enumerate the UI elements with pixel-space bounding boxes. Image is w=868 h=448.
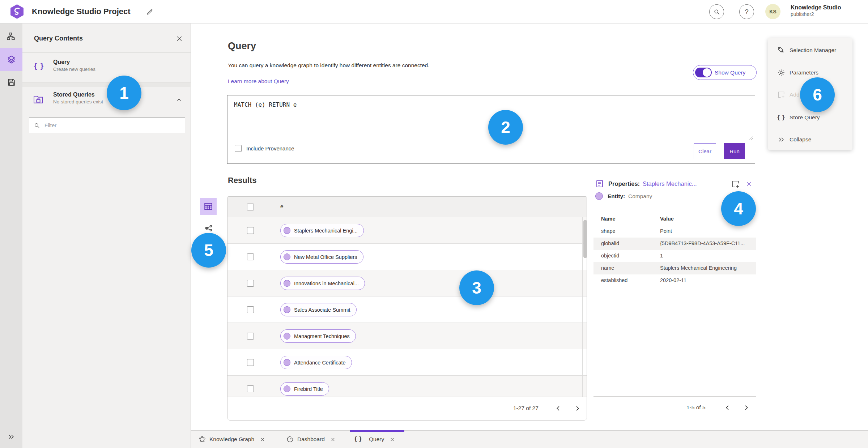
entity-chip[interactable]: Managment Techniques — [280, 329, 356, 343]
selection-manager-item[interactable]: Selection Manager — [768, 43, 852, 57]
tab-dashboard[interactable]: Dashboard — [286, 431, 335, 448]
selection-manager-icon — [777, 46, 785, 54]
next-page-icon[interactable] — [574, 405, 581, 412]
store-query-item[interactable]: { } Store Query — [768, 110, 852, 125]
prev-page-icon[interactable] — [724, 404, 731, 411]
annotation-circle-2: 2 — [488, 110, 523, 145]
row-checkbox[interactable] — [247, 359, 254, 366]
query-text-input[interactable]: MATCH (e) RETURN e — [234, 101, 297, 108]
table-row[interactable]: Sales Associate Summit — [227, 296, 587, 323]
select-all-checkbox[interactable] — [247, 204, 254, 210]
search-button[interactable] — [709, 4, 724, 19]
entity-dot-icon — [284, 253, 290, 260]
edit-title-icon[interactable] — [146, 8, 154, 16]
run-button[interactable]: Run — [724, 143, 745, 159]
knowledge-graph-icon — [198, 435, 206, 443]
properties-col-name: Name — [601, 216, 616, 222]
toggle-switch — [695, 68, 712, 77]
row-checkbox[interactable] — [247, 306, 254, 313]
close-tab-icon[interactable] — [390, 437, 395, 442]
entity-chip[interactable]: Firebird Title — [280, 382, 329, 396]
search-icon — [713, 8, 720, 16]
annotation-circle-3: 3 — [459, 270, 494, 305]
annotation-circle-1: 1 — [107, 76, 141, 110]
close-properties-icon[interactable] — [746, 181, 752, 187]
parameters-item[interactable]: Parameters — [768, 65, 852, 80]
tab-query[interactable]: { } Query — [354, 431, 395, 448]
user-role: publisher2 — [791, 11, 841, 18]
include-provenance-label: Include Provenance — [246, 145, 294, 152]
save-icon[interactable] — [0, 73, 22, 91]
results-table-header: e — [227, 197, 587, 217]
filter-input[interactable] — [44, 122, 168, 129]
annotation-circle-6: 6 — [800, 77, 835, 112]
entity-dot-icon — [284, 280, 290, 287]
entity-chip[interactable]: Staplers Mechanical Engi... — [280, 224, 364, 237]
layers-icon[interactable] — [0, 51, 22, 68]
show-query-toggle[interactable]: Show Query — [693, 65, 757, 80]
toggle-knob — [703, 68, 711, 77]
prev-page-icon[interactable] — [555, 405, 562, 412]
close-tab-icon[interactable] — [260, 437, 265, 442]
table-row[interactable]: Innovations in Mechanical... — [227, 270, 587, 296]
item-subtitle: No stored queries exist — [53, 99, 103, 104]
collapse-item[interactable]: Collapse — [768, 132, 852, 147]
table-view-button[interactable] — [200, 198, 217, 215]
link-chart-view-button[interactable] — [204, 223, 213, 233]
entity-label: Entity: — [608, 193, 625, 200]
properties-range-text: 1-5 of 5 — [686, 404, 706, 411]
app-logo-icon[interactable] — [9, 4, 25, 19]
next-page-icon[interactable] — [743, 404, 750, 411]
properties-col-value: Value — [660, 216, 674, 222]
results-heading: Results — [228, 176, 256, 185]
row-checkbox[interactable] — [247, 253, 254, 260]
double-chevron-right-icon — [777, 136, 785, 144]
bottom-tab-bar: Knowledge Graph Dashboard { } Query — [191, 430, 868, 448]
clear-button[interactable]: Clear — [694, 143, 716, 159]
table-row[interactable]: Managment Techniques — [227, 323, 587, 349]
left-icon-rail — [0, 23, 22, 448]
table-row[interactable]: Staplers Mechanical Engi... — [227, 217, 587, 244]
close-panel-icon[interactable] — [176, 35, 183, 42]
annotation-circle-5: 5 — [191, 233, 226, 268]
avatar[interactable]: KS — [765, 4, 780, 19]
scrollbar-thumb[interactable] — [583, 220, 587, 258]
gear-icon — [777, 69, 785, 77]
query-description: You can query a knowledge graph to ident… — [228, 62, 430, 69]
table-row[interactable]: Attendance Certificate — [227, 349, 587, 376]
column-header-e: e — [280, 203, 284, 210]
row-checkbox[interactable] — [247, 385, 254, 392]
chevron-up-icon[interactable] — [176, 97, 182, 103]
entity-dot-icon — [595, 192, 603, 200]
add-to-new-window-icon — [777, 91, 785, 99]
help-button[interactable]: ? — [739, 4, 754, 19]
panel-title: Query Contents — [34, 35, 83, 42]
table-icon — [204, 202, 213, 211]
table-row[interactable]: New Metal Office Suppliers — [227, 244, 587, 270]
expand-rail-icon[interactable] — [0, 428, 22, 445]
entity-chip[interactable]: Innovations in Mechanical... — [280, 277, 365, 290]
item-title: Query — [53, 59, 95, 65]
query-contents-item-query[interactable]: { } Query Create new queries — [22, 53, 191, 82]
learn-more-link[interactable]: Learn more about Query — [228, 78, 289, 85]
entity-chip[interactable]: Sales Associate Summit — [280, 303, 357, 316]
add-to-new-window-icon[interactable] — [731, 180, 740, 188]
property-row: globalid{5D9B4713-F98D-4A53-A59F-C11... — [593, 238, 756, 250]
include-provenance-checkbox[interactable] — [235, 145, 242, 152]
row-checkbox[interactable] — [247, 227, 254, 234]
entity-chip[interactable]: New Metal Office Suppliers — [280, 250, 363, 264]
braces-icon: { } — [354, 435, 362, 443]
tab-knowledge-graph[interactable]: Knowledge Graph — [198, 431, 265, 448]
data-model-icon[interactable] — [0, 28, 22, 45]
question-mark-icon: ? — [745, 8, 749, 16]
filter-field[interactable] — [29, 118, 185, 133]
row-checkbox[interactable] — [247, 280, 254, 287]
close-tab-icon[interactable] — [331, 437, 335, 442]
user-info: Knowledge Studio publisher2 — [791, 4, 841, 18]
dashboard-gauge-icon — [286, 435, 294, 443]
properties-entity-link[interactable]: Staplers Mechanic... — [643, 180, 704, 187]
property-row: nameStaplers Mechanical Engineering — [593, 262, 756, 274]
search-icon — [34, 122, 40, 129]
entity-chip[interactable]: Attendance Certificate — [280, 356, 352, 369]
row-checkbox[interactable] — [247, 333, 254, 340]
